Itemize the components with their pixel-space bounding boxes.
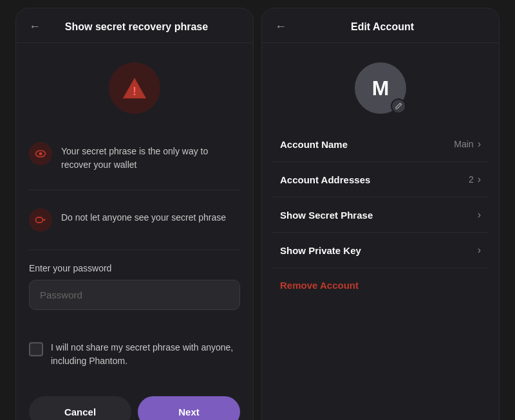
svg-rect-4 xyxy=(36,217,43,223)
menu-item-remove-account[interactable]: Remove Account xyxy=(272,268,489,302)
avatar-section: M xyxy=(262,43,499,127)
svg-point-3 xyxy=(39,152,42,156)
menu-item-account-addresses[interactable]: Account Addresses 2 › xyxy=(272,162,489,197)
menu-item-account-name-label: Account Name xyxy=(280,139,348,150)
app-container: ← Show secret recovery phrase ! Yo xyxy=(8,0,507,420)
key-icon-circle xyxy=(29,208,52,232)
agree-checkbox[interactable] xyxy=(29,342,43,356)
checkbox-label: I will not share my secret phrase with a… xyxy=(51,341,240,368)
account-addresses-value: 2 xyxy=(469,174,474,185)
pencil-icon xyxy=(395,102,402,110)
menu-item-remove-account-label: Remove Account xyxy=(280,280,359,291)
menu-item-show-private-key-right: › xyxy=(478,244,481,256)
key-icon xyxy=(34,214,47,226)
chevron-icon-3: › xyxy=(478,244,481,256)
left-panel-title: Show secret recovery phrase xyxy=(48,21,225,33)
password-section: Enter your password xyxy=(29,263,240,315)
menu-item-show-private-key[interactable]: Show Private Key › xyxy=(272,233,489,268)
svg-text:!: ! xyxy=(133,85,136,98)
right-panel-title: Edit Account xyxy=(294,21,471,33)
menu-item-show-secret-phrase[interactable]: Show Secret Phrase › xyxy=(272,197,489,233)
right-back-button[interactable]: ← xyxy=(275,20,286,33)
password-input[interactable] xyxy=(29,280,240,310)
eye-icon-circle xyxy=(29,142,52,165)
menu-item-show-private-key-label: Show Private Key xyxy=(280,245,361,256)
left-panel-footer: Cancel Next xyxy=(16,386,253,420)
edit-avatar-button[interactable] xyxy=(391,98,406,114)
menu-item-account-addresses-right: 2 › xyxy=(469,174,481,185)
info-row-1: Your secret phrase is the only way to re… xyxy=(29,137,240,177)
chevron-icon-0: › xyxy=(478,138,481,150)
eye-icon xyxy=(34,147,47,160)
checkbox-row: I will not share my secret phrase with a… xyxy=(29,336,240,373)
cancel-button[interactable]: Cancel xyxy=(29,396,131,420)
right-panel-header: ← Edit Account xyxy=(262,8,499,43)
menu-list: Account Name Main › Account Addresses 2 … xyxy=(262,127,499,420)
info-text-2: Do not let anyone see your secret phrase xyxy=(61,208,226,224)
avatar: M xyxy=(355,62,406,114)
menu-item-account-addresses-label: Account Addresses xyxy=(280,174,370,185)
left-panel-body: ! Your secret phrase is the only way to … xyxy=(16,43,253,386)
chevron-icon-2: › xyxy=(478,209,481,221)
chevron-icon-1: › xyxy=(478,174,481,185)
divider-2 xyxy=(29,250,240,250)
avatar-initial: M xyxy=(372,77,389,100)
menu-item-account-name-right: Main › xyxy=(454,138,481,150)
left-panel: ← Show secret recovery phrase ! Yo xyxy=(15,8,254,420)
account-name-value: Main xyxy=(454,139,473,149)
menu-item-account-name[interactable]: Account Name Main › xyxy=(272,127,489,162)
info-row-2: Do not let anyone see your secret phrase xyxy=(29,203,240,237)
warning-icon-circle: ! xyxy=(109,62,160,114)
left-panel-header: ← Show secret recovery phrase xyxy=(16,8,253,43)
divider-1 xyxy=(29,190,240,190)
left-back-button[interactable]: ← xyxy=(29,20,41,33)
right-panel: ← Edit Account M Account Name Main › xyxy=(261,8,500,420)
menu-item-show-secret-phrase-right: › xyxy=(478,209,481,221)
password-label: Enter your password xyxy=(29,263,240,273)
menu-item-show-secret-phrase-label: Show Secret Phrase xyxy=(280,210,373,221)
next-button[interactable]: Next xyxy=(138,396,240,420)
warning-triangle-icon: ! xyxy=(120,74,149,102)
info-text-1: Your secret phrase is the only way to re… xyxy=(61,142,240,172)
